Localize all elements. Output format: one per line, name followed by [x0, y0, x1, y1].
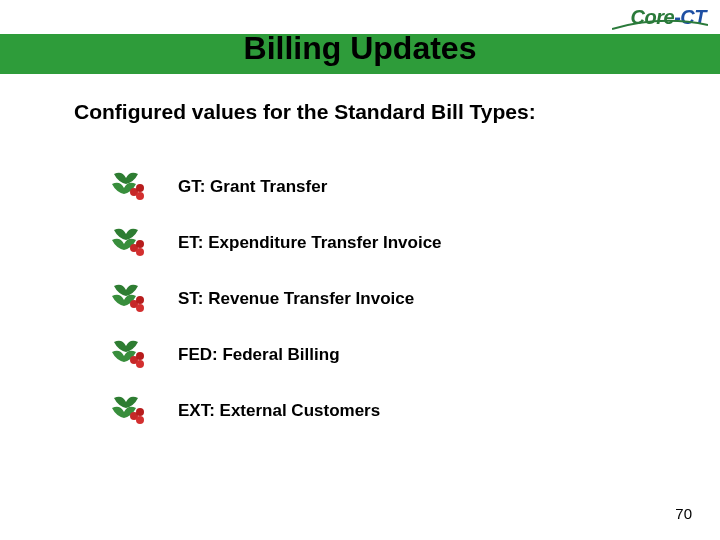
holly-icon	[108, 170, 148, 204]
svg-point-1	[136, 184, 144, 192]
svg-point-10	[136, 352, 144, 360]
logo: Core-CT	[631, 6, 706, 29]
svg-point-4	[136, 240, 144, 248]
holly-icon	[108, 394, 148, 428]
list-item: ST: Revenue Transfer Invoice	[108, 282, 442, 316]
page-number: 70	[675, 505, 692, 522]
subtitle: Configured values for the Standard Bill …	[74, 100, 536, 124]
holly-icon	[108, 282, 148, 316]
svg-point-14	[136, 416, 144, 424]
list-item-label: EXT: External Customers	[178, 401, 380, 421]
list-item-label: ET: Expenditure Transfer Invoice	[178, 233, 442, 253]
svg-point-8	[136, 304, 144, 312]
svg-point-2	[136, 192, 144, 200]
svg-point-5	[136, 248, 144, 256]
list-item: GT: Grant Transfer	[108, 170, 442, 204]
svg-point-11	[136, 360, 144, 368]
list-item-label: FED: Federal Billing	[178, 345, 340, 365]
bill-type-list: GT: Grant Transfer ET: Expenditure Trans…	[108, 170, 442, 450]
holly-icon	[108, 338, 148, 372]
list-item: EXT: External Customers	[108, 394, 442, 428]
holly-icon	[108, 226, 148, 260]
svg-point-7	[136, 296, 144, 304]
list-item: FED: Federal Billing	[108, 338, 442, 372]
svg-point-13	[136, 408, 144, 416]
page-title: Billing Updates	[0, 30, 720, 67]
list-item: ET: Expenditure Transfer Invoice	[108, 226, 442, 260]
list-item-label: ST: Revenue Transfer Invoice	[178, 289, 414, 309]
list-item-label: GT: Grant Transfer	[178, 177, 327, 197]
slide: Core-CT Billing Updates Configured value…	[0, 0, 720, 540]
